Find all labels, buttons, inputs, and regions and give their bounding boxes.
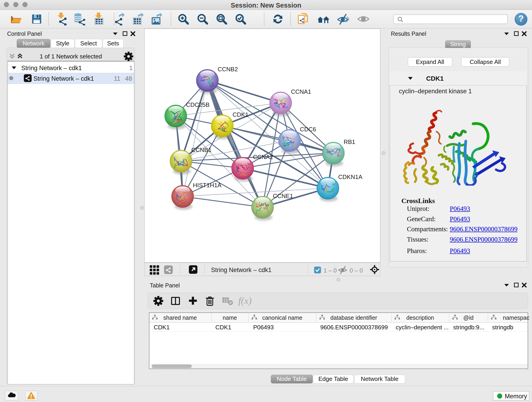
svg-text:CCNA2: CCNA2 xyxy=(253,153,273,160)
svg-text:CDK1: CDK1 xyxy=(233,111,248,118)
svg-text:CDKN1A: CDKN1A xyxy=(338,173,362,180)
svg-text:CCNE1: CCNE1 xyxy=(273,192,293,199)
svg-text:CCNB1: CCNB1 xyxy=(191,147,211,153)
svg-text:CDC6: CDC6 xyxy=(300,126,316,133)
svg-text:CCNA1: CCNA1 xyxy=(291,88,311,95)
svg-text:HIST1H1A: HIST1H1A xyxy=(193,182,222,189)
svg-text:CDC25B: CDC25B xyxy=(186,101,210,108)
svg-text:CCNB2: CCNB2 xyxy=(218,66,238,73)
svg-text:RB1: RB1 xyxy=(344,138,355,145)
